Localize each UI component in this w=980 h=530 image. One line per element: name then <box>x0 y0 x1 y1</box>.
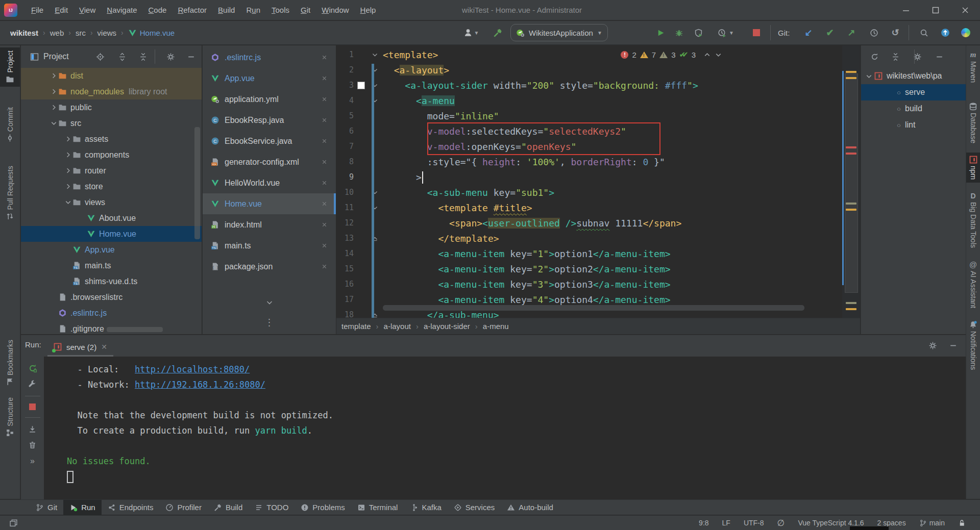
code-breadcrumb-item[interactable]: a-menu <box>483 322 509 331</box>
expand-all-button[interactable] <box>118 53 127 61</box>
collapse-all-button[interactable] <box>139 53 148 61</box>
git-push-button[interactable]: ↗ <box>844 21 859 44</box>
tree-item-components[interactable]: components <box>21 147 202 163</box>
stripe-item-bookmarks[interactable]: Bookmarks <box>0 337 20 389</box>
tab-main-ts[interactable]: TSmain.ts <box>203 235 336 256</box>
run-configuration-select[interactable]: WikitestApplication ▼ <box>510 21 608 44</box>
close-button[interactable] <box>950 0 980 20</box>
toolwindow-auto-build[interactable]: Auto-build <box>501 500 559 515</box>
prev-problem-button[interactable] <box>703 51 711 59</box>
tree-item--browserslistrc[interactable]: .browserslistrc <box>21 289 202 305</box>
fold-open-icon[interactable] <box>368 189 381 196</box>
stripe-item-big-data-tools[interactable]: DBig Data Tools <box>966 189 980 251</box>
toolwindow-todo[interactable]: TODO <box>249 500 295 515</box>
error-stripe[interactable] <box>842 45 860 318</box>
fold-open-icon[interactable] <box>368 82 381 89</box>
stop-button[interactable] <box>749 21 764 44</box>
fold-open-icon[interactable] <box>368 97 381 104</box>
run-with-coverage-button[interactable] <box>691 21 705 44</box>
project-settings-button[interactable] <box>166 53 175 61</box>
chevron-right-icon[interactable] <box>49 88 58 95</box>
tree-item-store[interactable]: store <box>21 179 202 194</box>
npm-script-build[interactable]: ○build <box>861 100 966 117</box>
scroll-to-end-button[interactable] <box>28 425 37 434</box>
clear-console-button[interactable] <box>28 441 37 449</box>
stripe-item-project[interactable]: Project <box>0 47 20 87</box>
file-encoding[interactable]: UTF-8 <box>744 519 764 527</box>
menu-git[interactable]: Git <box>295 0 316 20</box>
menu-tools[interactable]: Tools <box>266 0 295 20</box>
tab-ebookresp-java[interactable]: CEbookResp.java <box>203 110 336 131</box>
tree-item-app-vue[interactable]: App.vue <box>21 242 202 258</box>
close-icon[interactable] <box>321 159 328 165</box>
tab-index-html[interactable]: Hindex.html <box>203 214 336 235</box>
close-icon[interactable] <box>321 180 328 186</box>
tree-item-assets[interactable]: assets <box>21 131 202 147</box>
fold-close-icon[interactable] <box>368 235 381 242</box>
toolwindow-run[interactable]: Run <box>63 500 102 515</box>
layout-toggle-button[interactable] <box>9 519 18 527</box>
git-update-button[interactable]: ↙ <box>801 21 816 44</box>
git-branch-widget[interactable]: main <box>919 519 945 527</box>
menu-window[interactable]: Window <box>316 0 354 20</box>
profiler-button[interactable]: ▼ <box>715 21 737 44</box>
breadcrumb-item[interactable]: wikitest <box>10 29 38 37</box>
tab-application-yml[interactable]: application.yml <box>203 89 336 110</box>
menu-navigate[interactable]: Navigate <box>101 0 142 20</box>
toolwindow-profiler[interactable]: Profiler <box>159 500 208 515</box>
code-editor[interactable]: 1<template>2 <a-layout>3 <a-layout-sider… <box>336 45 860 334</box>
tab-generator-config-xml[interactable]: <>generator-config.xml <box>203 152 336 172</box>
toolwindow-build[interactable]: Build <box>208 500 249 515</box>
tree-item-src[interactable]: src <box>21 115 202 131</box>
breadcrumb-item[interactable]: views <box>97 29 117 37</box>
toolwindow-git[interactable]: Git <box>30 500 63 515</box>
git-rollback-button[interactable]: ↺ <box>888 21 902 44</box>
stripe-item-pull-requests[interactable]: Pull Requests <box>0 163 20 223</box>
breadcrumb-item[interactable]: web <box>50 29 64 37</box>
tree-item-about-vue[interactable]: About.vue <box>21 210 202 226</box>
toolwindow-terminal[interactable]: Terminal <box>351 500 404 515</box>
menu-edit[interactable]: Edit <box>49 0 74 20</box>
editor-hscrollbar[interactable] <box>383 305 804 311</box>
run-button[interactable] <box>653 21 668 44</box>
inspections-widget[interactable]: ! 2 7 3 ✔✔ 3 <box>621 47 722 62</box>
fold-open-icon[interactable] <box>368 205 381 211</box>
stripe-item-npm[interactable]: npm <box>966 153 980 183</box>
highlighting-level-icon[interactable]: ∅ <box>777 518 785 528</box>
stripe-item-structure[interactable]: Structure <box>0 394 20 440</box>
tree-item-public[interactable]: public <box>21 99 202 115</box>
tab-app-vue[interactable]: App.vue <box>203 68 336 89</box>
menu-view[interactable]: View <box>74 0 101 20</box>
stripe-item-database[interactable]: Database <box>966 99 980 146</box>
close-icon[interactable] <box>321 96 328 103</box>
chevron-right-icon[interactable] <box>63 183 72 190</box>
build-project-button[interactable] <box>490 21 505 44</box>
npm-root-row[interactable]: wikitest\web\pa <box>861 68 966 84</box>
profile-button[interactable]: ▼ <box>457 21 485 44</box>
npm-script-lint[interactable]: ○lint <box>861 117 966 133</box>
unlocked-icon[interactable] <box>958 519 966 527</box>
select-opened-file-button[interactable] <box>96 53 105 61</box>
caret-position[interactable]: 9:8 <box>699 519 708 527</box>
fold-close-icon[interactable] <box>368 312 381 318</box>
code-breadcrumb-item[interactable]: a-layout <box>384 322 411 331</box>
tree-item--eslintrc-js[interactable]: .eslintrc.js <box>21 305 202 321</box>
stripe-item-maven[interactable]: mMaven <box>966 47 980 86</box>
close-icon[interactable] <box>321 200 328 207</box>
stripe-item-notifications[interactable]: Notifications <box>966 317 980 373</box>
tab-ebookservice-java[interactable]: CEbookService.java <box>203 131 336 152</box>
close-icon[interactable] <box>321 242 328 249</box>
debug-button[interactable] <box>672 21 686 44</box>
promo-button[interactable] <box>959 21 973 44</box>
breadcrumb-current-file[interactable]: Home.vue <box>140 29 175 37</box>
close-icon[interactable] <box>321 117 328 123</box>
tabs-more-button[interactable]: ⋮ <box>203 317 336 328</box>
tab--eslintrc-js[interactable]: .eslintrc.js <box>203 47 336 68</box>
toolwindow-problems[interactable]: Problems <box>295 500 351 515</box>
close-icon[interactable]: ✕ <box>101 343 107 351</box>
run-tab-serve[interactable]: serve (2) ✕ <box>47 337 113 357</box>
tree-item-dist[interactable]: dist <box>21 68 202 84</box>
npm-script-serve[interactable]: ○serve <box>861 84 966 100</box>
close-icon[interactable] <box>321 138 328 144</box>
tab-home-vue[interactable]: Home.vue <box>203 193 336 214</box>
